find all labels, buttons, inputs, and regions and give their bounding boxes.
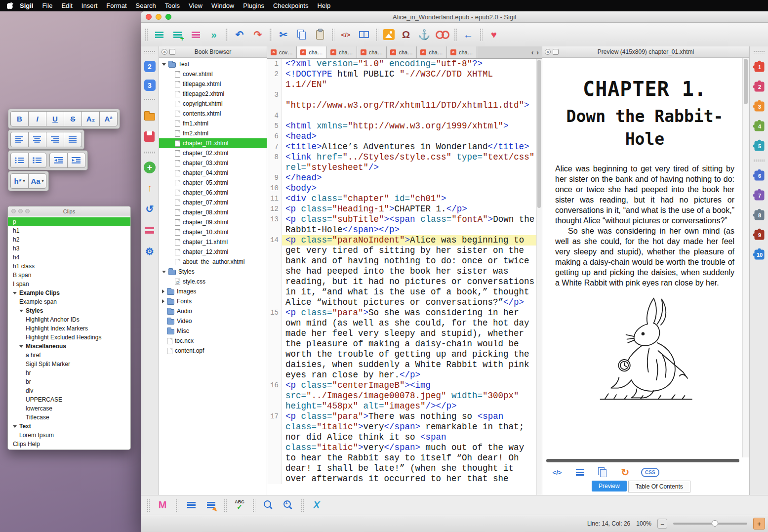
indent-icon[interactable] <box>67 153 85 168</box>
clip-h1[interactable]: h1 <box>8 226 130 235</box>
code-line-7[interactable]: 7<title>Alice’s Adventures in Wonderland… <box>267 142 536 152</box>
open-folder-icon[interactable] <box>143 109 157 123</box>
editor-tab-1[interactable]: ✕cov… <box>267 46 297 58</box>
plugin-9-icon[interactable]: 9 <box>753 228 766 241</box>
save-icon[interactable] <box>143 130 157 144</box>
plugin-3-icon[interactable]: 3 <box>753 100 766 113</box>
code-text[interactable]: <html xmlns="http://www.w3.org/1999/xhtm… <box>282 121 536 131</box>
tab-table-of-contents[interactable]: Table Of Contents <box>628 481 690 492</box>
clip-titlecase[interactable]: Titlecase <box>8 413 130 422</box>
file-chapter-05-xhtml[interactable]: chapter_05.xhtml <box>159 178 267 188</box>
code-text[interactable]: <body> <box>282 183 536 194</box>
file-styles[interactable]: Styles <box>159 267 267 277</box>
code-text[interactable]: <p class="paraNoIndent">Alice was beginn… <box>282 235 536 308</box>
preview-hscrollbar-thumb[interactable] <box>546 459 739 462</box>
editor-tab-3[interactable]: ✕cha… <box>327 46 357 58</box>
numbered-list-icon[interactable] <box>28 153 46 168</box>
preview-scrollbar-thumb[interactable] <box>744 59 748 104</box>
disclosure-triangle-icon[interactable] <box>13 425 17 428</box>
zoom-in-button[interactable]: + <box>753 518 765 530</box>
close-window-icon[interactable] <box>146 14 152 20</box>
plugin-4-icon[interactable]: 4 <box>753 120 766 132</box>
clip-lorem-ipsum[interactable]: Lorem Ipsum <box>8 431 130 440</box>
file-style-css[interactable]: style.css <box>159 277 267 286</box>
code-line-16[interactable]: 16<p class="centerImageB"><img src="../I… <box>267 380 536 411</box>
bullet-list-icon[interactable] <box>10 153 29 168</box>
file-chapter-02-xhtml[interactable]: chapter_02.xhtml <box>159 148 267 158</box>
file-chapter-08-xhtml[interactable]: chapter_08.xhtml <box>159 207 267 217</box>
checkpoint-2-icon[interactable]: 2 <box>144 61 156 72</box>
menu-view[interactable]: View <box>184 2 207 9</box>
plugin-1-icon[interactable]: 1 <box>753 60 766 73</box>
file-toc-ncx[interactable]: toc.ncx <box>159 336 267 346</box>
clip-h1-class[interactable]: h1 class <box>8 262 130 271</box>
clip-h2[interactable]: h2 <box>8 235 130 244</box>
plugin-2-icon[interactable]: 2 <box>753 80 766 93</box>
editor-tab-4[interactable]: ✕cha… <box>357 46 387 58</box>
code-text[interactable]: <p class="centerImageB"><img src="../Ima… <box>282 380 536 411</box>
code-view[interactable]: 1<?xml version="1.0" encoding="utf-8"?>2… <box>267 59 542 495</box>
file-chapter-07-xhtml[interactable]: chapter_07.xhtml <box>159 198 267 207</box>
clip-highlight-excluded-headings[interactable]: Highlight Excluded Headings <box>8 333 130 342</box>
preview-refresh-icon[interactable]: ↻ <box>618 465 632 479</box>
code-line-5[interactable]: 5<html xmlns="http://www.w3.org/1999/xht… <box>267 121 536 131</box>
zoom-slider-thumb[interactable] <box>712 520 718 527</box>
tab-close-icon[interactable]: ✕ <box>361 49 366 55</box>
plugin-6-icon[interactable]: 6 <box>753 169 766 182</box>
format-a-button[interactable]: A₂ <box>81 111 100 126</box>
format-b-button[interactable]: B <box>10 111 29 126</box>
file-chapter-12-xhtml[interactable]: chapter_12.xhtml <box>159 247 267 257</box>
tab-close-icon[interactable]: ✕ <box>271 49 277 55</box>
outdent-icon[interactable] <box>49 153 68 168</box>
file-content-opf[interactable]: content.opf <box>159 346 267 356</box>
clip-text[interactable]: Text <box>8 422 130 431</box>
preview-float-icon[interactable] <box>553 49 559 55</box>
file-copyright-xhtml[interactable]: copyright.xhtml <box>159 99 267 109</box>
align-left-icon[interactable] <box>10 132 29 147</box>
plugin-8-icon[interactable]: 8 <box>753 208 766 221</box>
file-titlepage2-xhtml[interactable]: titlepage2.xhtml <box>159 89 267 99</box>
spellcheck-icon[interactable] <box>233 498 246 512</box>
code-line-10[interactable]: 10<body> <box>267 183 536 194</box>
donate-heart-icon[interactable]: ♥ <box>487 28 501 41</box>
menu-insert[interactable]: Insert <box>77 2 102 9</box>
clip-i-span[interactable]: I span <box>8 280 130 288</box>
disclosure-triangle-icon[interactable] <box>162 289 164 293</box>
menu-window[interactable]: Window <box>207 2 239 9</box>
file-chapter-03-xhtml[interactable]: chapter_03.xhtml <box>159 158 267 168</box>
preview-list-icon[interactable] <box>573 465 587 479</box>
code-lines[interactable]: 1<?xml version="1.0" encoding="utf-8"?>2… <box>267 59 536 495</box>
editor-tab-2[interactable]: ✕cha… <box>297 46 327 58</box>
code-text[interactable]: <p class="Heading-1">CHAPTER 1.</p> <box>282 204 536 214</box>
file-chapter-06-xhtml[interactable]: chapter_06.xhtml <box>159 188 267 198</box>
clip-example-span[interactable]: Example span <box>8 297 130 306</box>
clip-uppercase[interactable]: UPPERCASE <box>8 395 130 404</box>
code-line-11[interactable]: 11<div class="chapter" id="ch01"> <box>267 194 536 204</box>
cut-icon[interactable]: ✂ <box>277 28 290 41</box>
menu-tools[interactable]: Tools <box>161 2 184 9</box>
clip-div[interactable]: div <box>8 386 130 395</box>
code-line-15[interactable]: 15<p class="para">So she was considering… <box>267 308 536 380</box>
clip-styles[interactable]: Styles <box>8 306 130 315</box>
clip-h4[interactable]: h4 <box>8 253 130 262</box>
file-fm1-xhtml[interactable]: fm1.xhtml <box>159 119 267 128</box>
code-view-icon[interactable]: </> <box>339 28 353 41</box>
find-next-icon[interactable] <box>281 498 295 512</box>
disclosure-triangle-icon[interactable] <box>162 271 166 273</box>
clip-example-clips[interactable]: Example Clips <box>8 288 130 297</box>
code-line-2[interactable]: 2<!DOCTYPE html PUBLIC "-//W3C//DTD XHTM… <box>267 69 536 90</box>
clips-window-controls[interactable] <box>11 209 30 213</box>
menu-edit[interactable]: Edit <box>57 2 77 9</box>
apple-menu-icon[interactable] <box>7 2 13 9</box>
file-images[interactable]: Images <box>159 286 267 296</box>
clip-br[interactable]: br <box>8 377 130 386</box>
add-section-icon[interactable] <box>170 28 184 41</box>
code-text[interactable]: <p class="para">So she was considering i… <box>282 308 536 380</box>
file-misc[interactable]: Misc <box>159 326 267 336</box>
file-video[interactable]: Video <box>159 316 267 326</box>
code-text[interactable]: <div class="chapter" id="ch01"> <box>282 194 536 204</box>
file-contents-xhtml[interactable]: contents.xhtml <box>159 109 267 119</box>
file-cover-xhtml[interactable]: cover.xhtml <box>159 69 267 79</box>
code-line-1[interactable]: 1<?xml version="1.0" encoding="utf-8"?> <box>267 59 536 69</box>
menu-help[interactable]: Help <box>313 2 335 9</box>
